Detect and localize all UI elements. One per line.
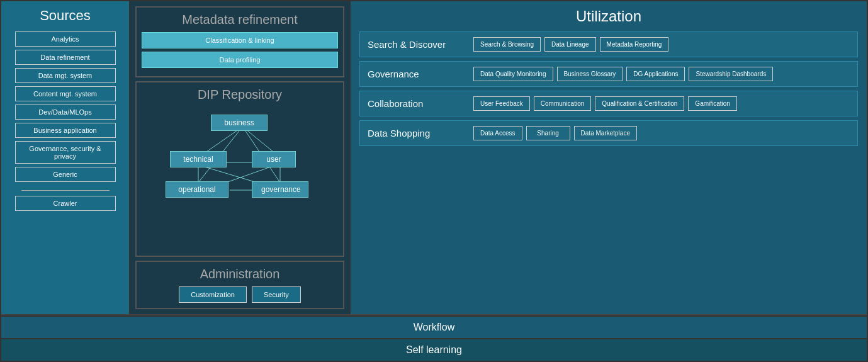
- source-btn-business-app[interactable]: Business application: [15, 123, 116, 138]
- dip-title: DIP Repository: [142, 88, 338, 102]
- sources-title: Sources: [40, 8, 91, 24]
- source-btn-data-refinement[interactable]: Data refinement: [15, 50, 116, 65]
- source-btn-generic[interactable]: Generic: [15, 167, 116, 182]
- sources-panel: Sources Analytics Data refinement Data m…: [1, 1, 130, 314]
- source-btn-devdata[interactable]: Dev/Data/MLOps: [15, 105, 116, 120]
- dip-node-governance[interactable]: governance: [252, 181, 308, 198]
- source-btn-analytics[interactable]: Analytics: [15, 31, 116, 47]
- util-label-collaboration: Collaboration: [368, 98, 468, 109]
- classification-btn[interactable]: Classification & linking: [142, 32, 338, 48]
- chip-user-feedback[interactable]: User Feedback: [473, 96, 530, 111]
- chip-communication[interactable]: Communication: [534, 96, 591, 111]
- data-profiling-btn[interactable]: Data profiling: [142, 52, 338, 68]
- source-divider: [21, 190, 110, 191]
- dip-node-operational[interactable]: operational: [166, 181, 228, 198]
- dip-node-business[interactable]: business: [211, 115, 268, 131]
- chip-data-lineage[interactable]: Data Lineage: [544, 37, 596, 52]
- util-label-shopping: Data Shopping: [368, 128, 468, 139]
- chip-gamification[interactable]: Gamification: [688, 96, 737, 111]
- util-chips-collaboration: User Feedback Communication Qualificatio…: [473, 96, 737, 111]
- source-btn-governance[interactable]: Governance, security & privacy: [15, 141, 116, 164]
- chip-metadata-reporting[interactable]: Metadata Reporting: [600, 37, 669, 52]
- util-row-shopping: Data Shopping Data Access Sharing Data M…: [359, 120, 858, 146]
- dip-box: DIP Repository: [135, 81, 344, 257]
- bottom-bars: Workflow Self learning: [1, 315, 867, 361]
- util-label-governance: Governance: [368, 69, 468, 79]
- util-chips-governance: Data Quality Monitoring Business Glossar…: [473, 67, 773, 81]
- source-btn-crawler[interactable]: Crawler: [15, 196, 116, 211]
- chip-stewardship[interactable]: Stewardship Dashboards: [689, 67, 773, 81]
- dip-node-technical[interactable]: technical: [170, 151, 227, 167]
- main-container: Sources Analytics Data refinement Data m…: [0, 0, 868, 362]
- chip-qualification[interactable]: Qualification & Certification: [595, 96, 684, 111]
- chip-search-browsing[interactable]: Search & Browsing: [473, 37, 541, 52]
- util-row-collaboration: Collaboration User Feedback Communicatio…: [359, 91, 858, 116]
- admin-buttons: Customization Security: [142, 286, 338, 303]
- admin-box: Administration Customization Security: [135, 261, 344, 309]
- selflearning-bar: Self learning: [1, 338, 867, 361]
- security-btn[interactable]: Security: [252, 286, 301, 303]
- admin-title: Administration: [142, 267, 338, 281]
- metadata-box: Metadata refinement Classification & lin…: [135, 6, 344, 77]
- chip-sharing[interactable]: Sharing: [526, 126, 570, 140]
- utilization-panel: Utilization Search & Discover Search & B…: [351, 1, 867, 314]
- chip-data-access[interactable]: Data Access: [473, 126, 522, 140]
- top-section: Sources Analytics Data refinement Data m…: [1, 1, 867, 315]
- dip-diagram: business technical user operational gove…: [142, 107, 338, 208]
- middle-panel: Metadata refinement Classification & lin…: [130, 1, 351, 314]
- chip-data-quality[interactable]: Data Quality Monitoring: [473, 67, 553, 81]
- utilization-title: Utilization: [359, 8, 858, 25]
- util-chips-shopping: Data Access Sharing Data Marketplace: [473, 126, 637, 140]
- dip-node-user[interactable]: user: [252, 151, 296, 167]
- chip-dg-applications[interactable]: DG Applications: [626, 67, 685, 81]
- util-row-governance: Governance Data Quality Monitoring Busin…: [359, 61, 858, 87]
- workflow-bar: Workflow: [1, 315, 867, 338]
- chip-data-marketplace[interactable]: Data Marketplace: [574, 126, 637, 140]
- util-label-search: Search & Discover: [368, 39, 468, 50]
- source-btn-data-mgt[interactable]: Data mgt. system: [15, 68, 116, 83]
- util-row-search: Search & Discover Search & Browsing Data…: [359, 31, 858, 57]
- chip-business-glossary[interactable]: Business Glossary: [557, 67, 623, 81]
- source-btn-content-mgt[interactable]: Content mgt. system: [15, 86, 116, 101]
- customization-btn[interactable]: Customization: [179, 286, 247, 303]
- metadata-title: Metadata refinement: [142, 13, 338, 27]
- util-chips-search: Search & Browsing Data Lineage Metadata …: [473, 37, 668, 52]
